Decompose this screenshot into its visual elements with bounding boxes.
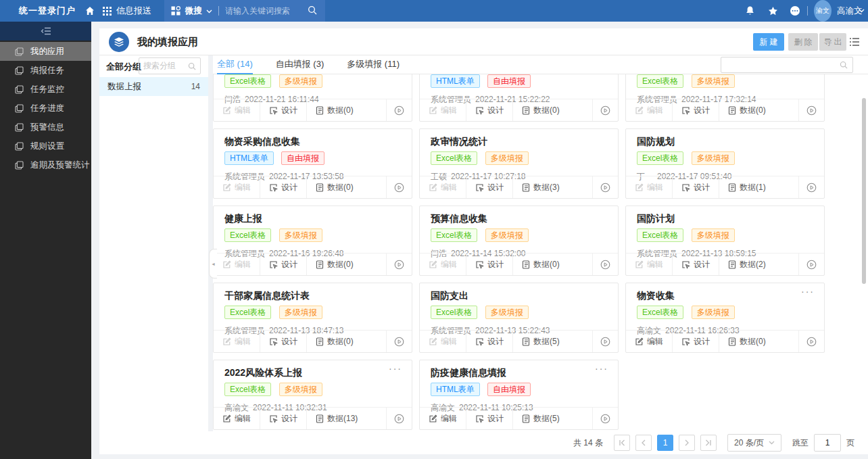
delete-button[interactable]: 删除 bbox=[788, 33, 818, 51]
last-page-button[interactable] bbox=[700, 435, 717, 451]
open-circle-play-icon[interactable] bbox=[798, 253, 824, 275]
open-circle-play-icon[interactable] bbox=[592, 408, 618, 429]
design-button[interactable]: 设计 bbox=[260, 331, 306, 352]
design-button[interactable]: 设计 bbox=[260, 253, 306, 275]
app-card[interactable]: 防疫健康信息填报 ··· HTML表单 自由填报 高渝文2022-11-11 1… bbox=[419, 360, 619, 430]
design-button[interactable]: 设计 bbox=[672, 176, 719, 198]
edit-button[interactable]: 编辑 bbox=[420, 176, 466, 198]
app-card[interactable]: 国防规划 ··· Excel表格 多级填报 丁一2022-11-17 09:51… bbox=[625, 128, 825, 199]
edit-button[interactable]: 编辑 bbox=[214, 253, 260, 275]
edit-button[interactable]: 编辑 bbox=[214, 99, 260, 121]
sidebar-item[interactable]: 任务监控 bbox=[0, 80, 91, 99]
scrollbar-thumb[interactable] bbox=[862, 98, 866, 284]
star-icon[interactable] bbox=[768, 0, 778, 22]
global-search-bar[interactable]: 微搜 请输入关键词搜索 bbox=[164, 0, 325, 22]
app-card[interactable]: 干部家属信息统计表 ··· Excel表格 多级填报 系统管理员2022-11-… bbox=[213, 283, 412, 353]
first-page-button[interactable] bbox=[614, 435, 630, 451]
tab[interactable]: 全部 (14) bbox=[217, 55, 253, 74]
design-button[interactable]: 设计 bbox=[672, 331, 719, 352]
data-button[interactable]: 数据(5) bbox=[512, 408, 569, 429]
design-button[interactable]: 设计 bbox=[466, 253, 512, 275]
data-button[interactable]: 数据(0) bbox=[719, 331, 775, 352]
data-button[interactable]: 数据(0) bbox=[306, 253, 362, 275]
next-page-button[interactable] bbox=[679, 435, 695, 451]
chevron-down-icon[interactable] bbox=[206, 6, 212, 16]
edit-button[interactable]: 编辑 bbox=[626, 176, 672, 198]
data-button[interactable]: 数据(3) bbox=[512, 176, 569, 198]
sidebar-item[interactable]: 逾期及预警统计 bbox=[0, 155, 91, 174]
sidebar-item[interactable]: 任务进度 bbox=[0, 99, 91, 118]
export-button[interactable]: 导出 bbox=[819, 33, 846, 51]
app-card[interactable]: 政审情况统计 ··· Excel表格 多级填报 王硕2022-11-17 10:… bbox=[419, 128, 619, 199]
sidebar-collapse-button[interactable] bbox=[0, 22, 91, 41]
edit-button[interactable]: 编辑 bbox=[626, 99, 672, 121]
jump-page-input[interactable] bbox=[814, 434, 841, 452]
sidebar-item[interactable]: 我的应用 bbox=[0, 42, 91, 61]
app-card[interactable]: ··· Excel表格 多级填报 闫浩2022-11-21 16:11:44 编… bbox=[213, 74, 412, 122]
design-button[interactable]: 设计 bbox=[672, 253, 719, 275]
open-circle-play-icon[interactable] bbox=[386, 331, 412, 352]
app-card[interactable]: 物资收集 ··· Excel表格 多级填报 高渝文2022-11-11 16:2… bbox=[625, 283, 825, 353]
design-button[interactable]: 设计 bbox=[466, 99, 512, 121]
edit-button[interactable]: 编辑 bbox=[420, 331, 466, 352]
user-chevron-down-icon[interactable] bbox=[859, 0, 865, 22]
open-circle-play-icon[interactable] bbox=[386, 253, 412, 275]
design-button[interactable]: 设计 bbox=[260, 99, 306, 121]
edit-button[interactable]: 编辑 bbox=[626, 331, 672, 352]
app-card[interactable]: 健康上报 ··· Excel表格 多级填报 系统管理员2022-11-16 19… bbox=[213, 206, 412, 276]
group-search-input[interactable]: 搜索分组 bbox=[139, 57, 201, 74]
list-view-icon[interactable] bbox=[849, 37, 860, 47]
data-button[interactable]: 数据(0) bbox=[306, 99, 362, 121]
app-card[interactable]: ··· HTML表单 自由填报 系统管理员2022-11-21 15:22:22… bbox=[419, 74, 619, 122]
sidebar-item[interactable]: 预警信息 bbox=[0, 118, 91, 137]
create-button[interactable]: 新建 bbox=[753, 33, 784, 51]
app-card[interactable]: 预算信息收集 ··· Excel表格 多级填报 闫浩2022-11-14 15:… bbox=[419, 206, 619, 276]
open-circle-play-icon[interactable] bbox=[798, 331, 824, 352]
app-card[interactable]: 国防支出 ··· Excel表格 多级填报 系统管理员2022-11-13 15… bbox=[419, 283, 619, 353]
open-circle-play-icon[interactable] bbox=[592, 331, 618, 352]
open-circle-play-icon[interactable] bbox=[592, 253, 618, 275]
search-icon[interactable] bbox=[308, 5, 317, 17]
edit-button[interactable]: 编辑 bbox=[420, 99, 466, 121]
app-card[interactable]: 2022风险体系上报 ··· Excel表格 多级填报 高渝文2022-11-1… bbox=[213, 360, 412, 430]
data-button[interactable]: 数据(2) bbox=[719, 253, 775, 275]
data-button[interactable]: 数据(0) bbox=[719, 99, 775, 121]
sidebar-item[interactable]: 填报任务 bbox=[0, 61, 91, 80]
tab[interactable]: 自由填报 (3) bbox=[276, 55, 324, 74]
search-engine-label[interactable]: 微搜 bbox=[185, 5, 202, 17]
sidebar-item[interactable]: 规则设置 bbox=[0, 137, 91, 155]
edit-button[interactable]: 编辑 bbox=[214, 176, 260, 198]
design-button[interactable]: 设计 bbox=[672, 99, 719, 121]
card-more-menu[interactable]: ··· bbox=[801, 286, 815, 297]
design-button[interactable]: 设计 bbox=[466, 331, 512, 352]
app-grid-icon[interactable] bbox=[103, 0, 112, 22]
avatar[interactable]: 渝文 bbox=[814, 0, 831, 22]
more-circle-icon[interactable] bbox=[790, 0, 800, 22]
design-button[interactable]: 设计 bbox=[260, 408, 306, 429]
open-circle-play-icon[interactable] bbox=[386, 176, 412, 198]
data-button[interactable]: 数据(0) bbox=[306, 331, 362, 352]
edit-button[interactable]: 编辑 bbox=[626, 253, 672, 275]
bell-icon[interactable] bbox=[745, 0, 755, 22]
page-size-select[interactable]: 20 条/页 bbox=[727, 434, 781, 452]
edit-button[interactable]: 编辑 bbox=[214, 408, 260, 429]
nav-app-label[interactable]: 信息报送 bbox=[116, 0, 151, 22]
open-circle-play-icon[interactable] bbox=[798, 99, 824, 121]
card-more-menu[interactable]: ··· bbox=[595, 363, 608, 374]
edit-button[interactable]: 编辑 bbox=[420, 253, 466, 275]
group-item[interactable]: 数据上报 14 bbox=[99, 77, 208, 96]
open-circle-play-icon[interactable] bbox=[592, 176, 618, 198]
card-search-input[interactable] bbox=[721, 57, 853, 73]
app-card[interactable]: 物资采购信息收集 ··· HTML表单 自由填报 系统管理员2022-11-17… bbox=[213, 128, 412, 199]
home-icon[interactable] bbox=[85, 0, 95, 22]
edit-button[interactable]: 编辑 bbox=[214, 331, 260, 352]
data-button[interactable]: 数据(0) bbox=[512, 99, 569, 121]
open-circle-play-icon[interactable] bbox=[592, 99, 618, 121]
current-page[interactable]: 1 bbox=[657, 435, 673, 451]
data-button[interactable]: 数据(0) bbox=[306, 176, 362, 198]
open-circle-play-icon[interactable] bbox=[386, 408, 412, 429]
edit-button[interactable]: 编辑 bbox=[420, 408, 466, 429]
data-button[interactable]: 数据(0) bbox=[512, 253, 569, 275]
open-circle-play-icon[interactable] bbox=[386, 99, 412, 121]
card-more-menu[interactable]: ··· bbox=[389, 363, 402, 374]
